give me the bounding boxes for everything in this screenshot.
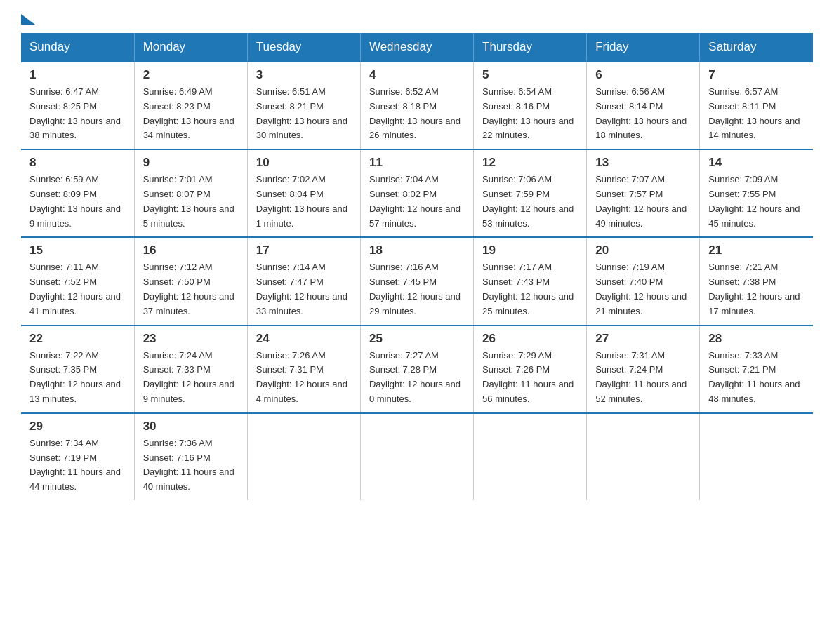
day-info: Sunrise: 7:34 AMSunset: 7:19 PMDaylight:…: [29, 436, 126, 495]
day-number: 28: [708, 332, 805, 346]
calendar-cell: [247, 413, 360, 500]
calendar-cell: 3Sunrise: 6:51 AMSunset: 8:21 PMDaylight…: [247, 62, 360, 149]
calendar-cell: 28Sunrise: 7:33 AMSunset: 7:21 PMDayligh…: [700, 326, 813, 413]
day-number: 18: [369, 243, 465, 257]
calendar-cell: 22Sunrise: 7:22 AMSunset: 7:35 PMDayligh…: [21, 326, 134, 413]
day-info: Sunrise: 7:06 AMSunset: 7:59 PMDaylight:…: [482, 173, 578, 231]
day-number: 13: [595, 156, 691, 170]
calendar-cell: 26Sunrise: 7:29 AMSunset: 7:26 PMDayligh…: [474, 326, 587, 413]
day-info: Sunrise: 7:04 AMSunset: 8:02 PMDaylight:…: [369, 173, 465, 231]
calendar-cell: 7Sunrise: 6:57 AMSunset: 8:11 PMDaylight…: [700, 62, 813, 149]
calendar-cell: 8Sunrise: 6:59 AMSunset: 8:09 PMDaylight…: [21, 149, 134, 237]
column-header-monday: Monday: [134, 33, 247, 62]
day-number: 8: [29, 156, 126, 170]
logo: [21, 14, 35, 26]
calendar-week-row: 8Sunrise: 6:59 AMSunset: 8:09 PMDaylight…: [21, 149, 813, 237]
day-number: 30: [143, 420, 239, 434]
calendar-cell: 29Sunrise: 7:34 AMSunset: 7:19 PMDayligh…: [21, 413, 134, 500]
calendar-cell: 23Sunrise: 7:24 AMSunset: 7:33 PMDayligh…: [134, 326, 247, 413]
calendar-cell: 2Sunrise: 6:49 AMSunset: 8:23 PMDaylight…: [134, 62, 247, 149]
day-info: Sunrise: 6:59 AMSunset: 8:09 PMDaylight:…: [29, 173, 126, 231]
calendar-cell: 16Sunrise: 7:12 AMSunset: 7:50 PMDayligh…: [134, 237, 247, 325]
day-info: Sunrise: 7:14 AMSunset: 7:47 PMDaylight:…: [256, 260, 352, 318]
day-info: Sunrise: 7:02 AMSunset: 8:04 PMDaylight:…: [256, 173, 352, 231]
day-number: 15: [29, 243, 126, 257]
day-info: Sunrise: 7:27 AMSunset: 7:28 PMDaylight:…: [369, 349, 465, 407]
day-info: Sunrise: 6:49 AMSunset: 8:23 PMDaylight:…: [143, 85, 239, 143]
day-number: 5: [482, 68, 578, 82]
day-info: Sunrise: 6:47 AMSunset: 8:25 PMDaylight:…: [29, 85, 126, 143]
calendar-cell: 13Sunrise: 7:07 AMSunset: 7:57 PMDayligh…: [587, 149, 700, 237]
day-info: Sunrise: 7:33 AMSunset: 7:21 PMDaylight:…: [708, 349, 805, 407]
day-number: 12: [482, 156, 578, 170]
day-info: Sunrise: 6:57 AMSunset: 8:11 PMDaylight:…: [708, 85, 805, 143]
day-number: 24: [256, 332, 352, 346]
column-header-tuesday: Tuesday: [247, 33, 360, 62]
day-number: 21: [708, 243, 805, 257]
day-info: Sunrise: 6:54 AMSunset: 8:16 PMDaylight:…: [482, 85, 578, 143]
calendar-cell: 15Sunrise: 7:11 AMSunset: 7:52 PMDayligh…: [21, 237, 134, 325]
day-info: Sunrise: 7:31 AMSunset: 7:24 PMDaylight:…: [595, 349, 691, 407]
calendar-cell: 18Sunrise: 7:16 AMSunset: 7:45 PMDayligh…: [360, 237, 473, 325]
day-number: 17: [256, 243, 352, 257]
day-number: 27: [595, 332, 691, 346]
calendar-cell: 11Sunrise: 7:04 AMSunset: 8:02 PMDayligh…: [360, 149, 473, 237]
day-number: 3: [256, 68, 352, 82]
day-info: Sunrise: 7:21 AMSunset: 7:38 PMDaylight:…: [708, 260, 805, 318]
day-number: 29: [29, 420, 126, 434]
calendar-cell: 30Sunrise: 7:36 AMSunset: 7:16 PMDayligh…: [134, 413, 247, 500]
day-info: Sunrise: 7:07 AMSunset: 7:57 PMDaylight:…: [595, 173, 691, 231]
calendar-cell: 5Sunrise: 6:54 AMSunset: 8:16 PMDaylight…: [474, 62, 587, 149]
calendar-cell: 9Sunrise: 7:01 AMSunset: 8:07 PMDaylight…: [134, 149, 247, 237]
calendar-cell: 12Sunrise: 7:06 AMSunset: 7:59 PMDayligh…: [474, 149, 587, 237]
day-info: Sunrise: 7:12 AMSunset: 7:50 PMDaylight:…: [143, 260, 239, 318]
calendar-cell: 4Sunrise: 6:52 AMSunset: 8:18 PMDaylight…: [360, 62, 473, 149]
day-info: Sunrise: 7:22 AMSunset: 7:35 PMDaylight:…: [29, 349, 126, 407]
day-info: Sunrise: 6:52 AMSunset: 8:18 PMDaylight:…: [369, 85, 465, 143]
day-number: 9: [143, 156, 239, 170]
day-number: 25: [369, 332, 465, 346]
day-info: Sunrise: 6:56 AMSunset: 8:14 PMDaylight:…: [595, 85, 691, 143]
calendar-cell: [360, 413, 473, 500]
day-info: Sunrise: 7:26 AMSunset: 7:31 PMDaylight:…: [256, 349, 352, 407]
day-info: Sunrise: 7:29 AMSunset: 7:26 PMDaylight:…: [482, 349, 578, 407]
day-number: 16: [143, 243, 239, 257]
calendar-week-row: 22Sunrise: 7:22 AMSunset: 7:35 PMDayligh…: [21, 326, 813, 413]
calendar-cell: 17Sunrise: 7:14 AMSunset: 7:47 PMDayligh…: [247, 237, 360, 325]
day-number: 23: [143, 332, 239, 346]
calendar-cell: 19Sunrise: 7:17 AMSunset: 7:43 PMDayligh…: [474, 237, 587, 325]
day-info: Sunrise: 7:11 AMSunset: 7:52 PMDaylight:…: [29, 260, 126, 318]
calendar-cell: 25Sunrise: 7:27 AMSunset: 7:28 PMDayligh…: [360, 326, 473, 413]
calendar-week-row: 29Sunrise: 7:34 AMSunset: 7:19 PMDayligh…: [21, 413, 813, 500]
day-info: Sunrise: 7:09 AMSunset: 7:55 PMDaylight:…: [708, 173, 805, 231]
column-header-saturday: Saturday: [700, 33, 813, 62]
calendar-cell: [587, 413, 700, 500]
calendar-cell: [474, 413, 587, 500]
calendar-cell: 21Sunrise: 7:21 AMSunset: 7:38 PMDayligh…: [700, 237, 813, 325]
calendar-header-row: SundayMondayTuesdayWednesdayThursdayFrid…: [21, 33, 813, 62]
day-info: Sunrise: 7:19 AMSunset: 7:40 PMDaylight:…: [595, 260, 691, 318]
day-info: Sunrise: 7:16 AMSunset: 7:45 PMDaylight:…: [369, 260, 465, 318]
page-header: [21, 14, 813, 26]
day-number: 22: [29, 332, 126, 346]
day-number: 19: [482, 243, 578, 257]
calendar-cell: 27Sunrise: 7:31 AMSunset: 7:24 PMDayligh…: [587, 326, 700, 413]
day-info: Sunrise: 7:24 AMSunset: 7:33 PMDaylight:…: [143, 349, 239, 407]
day-number: 7: [708, 68, 805, 82]
day-info: Sunrise: 7:36 AMSunset: 7:16 PMDaylight:…: [143, 436, 239, 495]
column-header-wednesday: Wednesday: [360, 33, 473, 62]
day-number: 14: [708, 156, 805, 170]
calendar-week-row: 1Sunrise: 6:47 AMSunset: 8:25 PMDaylight…: [21, 62, 813, 149]
calendar-cell: 24Sunrise: 7:26 AMSunset: 7:31 PMDayligh…: [247, 326, 360, 413]
day-number: 20: [595, 243, 691, 257]
day-number: 11: [369, 156, 465, 170]
day-number: 10: [256, 156, 352, 170]
day-number: 6: [595, 68, 691, 82]
day-number: 26: [482, 332, 578, 346]
day-info: Sunrise: 7:17 AMSunset: 7:43 PMDaylight:…: [482, 260, 578, 318]
day-number: 1: [29, 68, 126, 82]
day-number: 2: [143, 68, 239, 82]
day-info: Sunrise: 7:01 AMSunset: 8:07 PMDaylight:…: [143, 173, 239, 231]
column-header-friday: Friday: [587, 33, 700, 62]
column-header-thursday: Thursday: [474, 33, 587, 62]
